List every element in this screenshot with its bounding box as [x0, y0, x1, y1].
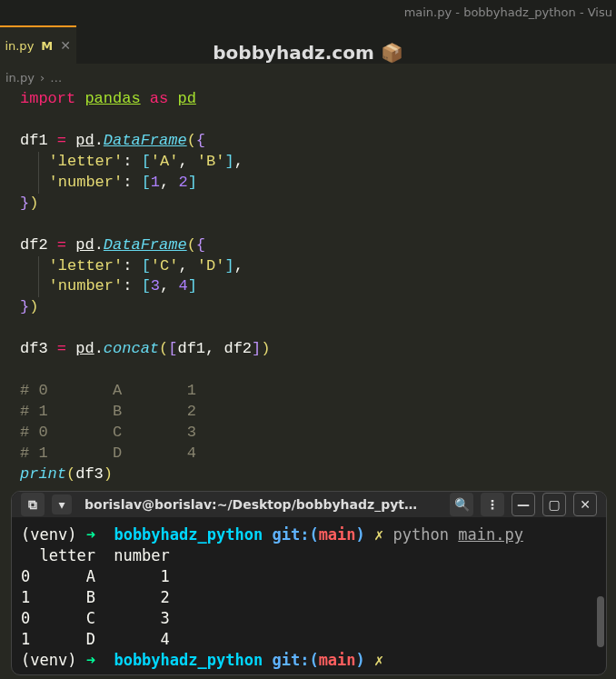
code-editor[interactable]: import pandas as pd df1 = pd.DataFrame({… — [0, 87, 616, 485]
watermark-overlay: bobbyhadz.com 📦 — [0, 42, 616, 64]
window-title-bar: main.py - bobbyhadz_python - Visu — [0, 0, 616, 25]
terminal-maximize-button[interactable]: ▢ — [542, 493, 566, 516]
cube-icon: 📦 — [381, 42, 403, 64]
breadcrumb-file[interactable]: in.py — [5, 71, 35, 85]
profile-icon: ⧉ — [28, 497, 37, 513]
terminal-newtab-button[interactable]: ▾ — [52, 494, 72, 514]
window-title: main.py - bobbyhadz_python - Visu — [404, 5, 612, 19]
menu-icon: ⋮ — [486, 497, 499, 512]
terminal-close-button[interactable]: ✕ — [573, 493, 597, 516]
close-icon: ✕ — [580, 497, 591, 512]
breadcrumb[interactable]: in.py › … — [0, 67, 616, 87]
terminal-scrollbar[interactable] — [597, 596, 604, 647]
minimize-icon: — — [517, 497, 530, 512]
terminal-panel: ⧉ ▾ borislav@borislav:~/Desktop/bobbyhad… — [11, 491, 607, 675]
terminal-profile-button[interactable]: ⧉ — [21, 493, 45, 516]
terminal-body[interactable]: (venv) ➜ bobbyhadz_python git:(main) ✗ p… — [12, 517, 606, 674]
terminal-minimize-button[interactable]: — — [512, 493, 535, 516]
terminal-menu-button[interactable]: ⋮ — [481, 493, 504, 516]
search-icon: 🔍 — [454, 497, 470, 512]
terminal-header: ⧉ ▾ borislav@borislav:~/Desktop/bobbyhad… — [12, 492, 606, 517]
chevron-down-icon: ▾ — [58, 497, 65, 512]
breadcrumb-more[interactable]: … — [50, 71, 62, 85]
terminal-title: borislav@borislav:~/Desktop/bobbyhadz_py… — [79, 497, 442, 512]
chevron-right-icon: › — [40, 71, 45, 85]
terminal-search-button[interactable]: 🔍 — [450, 493, 473, 516]
watermark-text: bobbyhadz.com — [213, 42, 373, 64]
maximize-icon: ▢ — [548, 497, 560, 512]
